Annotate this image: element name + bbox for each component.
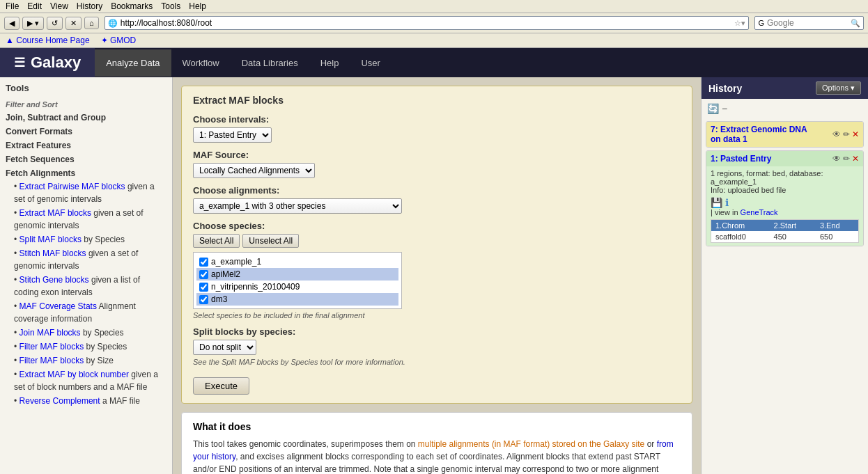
species-list: a_example_1 apiMel2 n_vitripennis_201004… — [193, 252, 402, 309]
choose-alignments-label: Choose alignments: — [193, 185, 681, 196]
form-title: Extract MAF blocks — [193, 95, 681, 106]
sidebar-section-join[interactable]: Join, Subtract and Group — [6, 113, 166, 123]
sidebar-section-fetch-seq[interactable]: Fetch Sequences — [6, 155, 166, 164]
link-split-maf[interactable]: Split MAF blocks — [20, 235, 82, 244]
sidebar-item-extract-maf-block: • Extract MAF by block number given a se… — [6, 368, 166, 394]
menu-view[interactable]: View — [50, 1, 68, 11]
browser-menu-bar: File Edit View History Bookmarks Tools H… — [0, 0, 868, 13]
genetrack-link[interactable]: GeneTrack — [741, 208, 778, 216]
back-button[interactable]: ◀ — [4, 17, 20, 30]
history-item-1-delete-icon[interactable]: ✕ — [852, 154, 859, 164]
link-maf-coverage[interactable]: MAF Coverage Stats — [20, 301, 97, 311]
history-item-1-table: 1.Chrom 2.Start 3.End scaffold0 450 650 — [711, 219, 859, 243]
bookmark-star-icon[interactable]: ☆ — [734, 19, 741, 28]
main-layout: Tools Filter and Sort Join, Subtract and… — [0, 77, 868, 474]
maf-source-select[interactable]: Locally Cached Alignments — [193, 163, 315, 178]
link-stitch-gene[interactable]: Stitch Gene blocks — [20, 275, 89, 285]
sidebar-item-stitch-maf: • Stitch MAF blocks given a set of genom… — [6, 246, 166, 273]
species-label-n-vitripennis: n_vitripennis_20100409 — [211, 282, 300, 292]
history-item-1-body: 1 regions, format: bed, database: a_exam… — [706, 166, 863, 246]
url-icon: 🌐 — [108, 19, 118, 28]
galaxy-header: ☰ Galaxy Analyze Data Workflow Data Libr… — [0, 48, 868, 77]
link-filter-maf-species[interactable]: Filter MAF blocks — [20, 342, 84, 351]
nav-analyze-data[interactable]: Analyze Data — [95, 49, 171, 77]
history-item-7-eye-icon[interactable]: 👁 — [832, 129, 841, 139]
nav-data-libraries[interactable]: Data Libraries — [231, 49, 309, 77]
address-bar: 🌐 ☆ ▾ — [104, 16, 750, 30]
menu-help[interactable]: Help — [189, 1, 206, 11]
home-button[interactable]: ⌂ — [84, 17, 99, 29]
link-stitch-maf[interactable]: Stitch MAF blocks — [20, 248, 86, 258]
link-reverse-complement[interactable]: Reverse Complement — [20, 396, 100, 406]
history-header: History Options ▾ — [702, 77, 868, 99]
sidebar-section-fetch-align[interactable]: Fetch Alignments — [6, 168, 166, 178]
extract-maf-form: Extract MAF blocks Choose intervals: 1: … — [181, 86, 692, 404]
bookmark-course-home[interactable]: ▲ Course Home Page — [6, 35, 90, 45]
history-item-1-eye-icon[interactable]: 👁 — [832, 154, 841, 164]
menu-edit[interactable]: Edit — [27, 1, 42, 11]
split-blocks-select[interactable]: Do not split — [193, 340, 256, 355]
link-filter-maf-size[interactable]: Filter MAF blocks — [20, 356, 84, 365]
table-row: scaffold0 450 650 — [711, 231, 859, 243]
history-collapse-button[interactable]: − — [722, 103, 727, 114]
split-blocks-label: Split blocks by species: — [193, 326, 681, 337]
choose-alignments-select[interactable]: a_example_1 with 3 other species — [193, 198, 402, 214]
floppy-icon[interactable]: 💾 — [711, 197, 722, 208]
sidebar-section-extract[interactable]: Extract Features — [6, 141, 166, 150]
select-all-button[interactable]: Select All — [193, 234, 240, 248]
what-it-does-text: This tool takes genomic coordinates, sup… — [193, 438, 681, 474]
link-join-maf[interactable]: Join MAF blocks — [20, 328, 81, 338]
nav-help[interactable]: Help — [309, 49, 350, 77]
history-item-7-delete-icon[interactable]: ✕ — [852, 129, 859, 139]
info-circle-icon[interactable]: ℹ — [725, 197, 729, 208]
sidebar-item-split-maf: • Split MAF blocks by Species — [6, 232, 166, 246]
nav-user[interactable]: User — [350, 49, 391, 77]
link-extract-maf[interactable]: Extract MAF blocks — [20, 208, 91, 218]
species-checkbox-n-vitripennis[interactable] — [199, 283, 208, 292]
link-extract-pairwise[interactable]: Extract Pairwise MAF blocks — [20, 182, 125, 191]
history-item-7-header: 7: Extract Genomic DNAon data 1 👁 ✏ ✕ — [706, 122, 863, 147]
history-item-1-title[interactable]: 1: Pasted Entry — [711, 154, 832, 164]
species-label-a-example: a_example_1 — [211, 257, 261, 267]
search-icon[interactable]: 🔍 — [851, 19, 860, 28]
species-label-dm3: dm3 — [211, 294, 227, 304]
link-extract-maf-block[interactable]: Extract MAF by block number — [20, 370, 129, 379]
menu-file[interactable]: File — [6, 1, 19, 11]
refresh-button[interactable]: ↺ — [47, 17, 63, 30]
history-item-1-edit-icon[interactable]: ✏ — [843, 154, 850, 164]
history-item-1-info: Info: uploaded bed file — [711, 186, 859, 194]
rss-icon: ▾ — [741, 19, 745, 28]
menu-bookmarks[interactable]: Bookmarks — [111, 1, 153, 11]
choose-intervals-select[interactable]: 1: Pasted Entry — [193, 127, 272, 143]
nav-workflow[interactable]: Workflow — [171, 49, 231, 77]
menu-tools[interactable]: Tools — [161, 1, 180, 11]
maf-source-label: MAF Source: — [193, 150, 681, 160]
history-options-button[interactable]: Options ▾ — [816, 81, 861, 95]
sidebar-item-extract-maf: • Extract MAF blocks given a set of geno… — [6, 206, 166, 232]
menu-history[interactable]: History — [77, 1, 102, 11]
history-panel: History Options ▾ 🔄 − 7: Extract Genomic… — [701, 77, 868, 474]
sidebar-section-convert[interactable]: Convert Formats — [6, 127, 166, 136]
stop-button[interactable]: ✕ — [65, 17, 82, 30]
history-refresh-button[interactable]: 🔄 — [707, 103, 719, 114]
sidebar-section-filter-sort[interactable]: Filter and Sort — [6, 100, 166, 109]
sidebar: Tools Filter and Sort Join, Subtract and… — [0, 77, 173, 474]
table-col-start: 2.Start — [770, 220, 816, 232]
unselect-all-button[interactable]: Unselect All — [242, 234, 299, 248]
galaxy-nav: Analyze Data Workflow Data Libraries Hel… — [95, 49, 392, 77]
bookmark-gmod[interactable]: ✦ GMOD — [101, 35, 137, 45]
sidebar-item-stitch-gene: • Stitch Gene blocks given a list of cod… — [6, 273, 166, 299]
species-checkbox-a-example[interactable] — [199, 258, 208, 267]
species-item-a-example: a_example_1 — [196, 255, 398, 268]
forward-button[interactable]: ▶ ▾ — [22, 17, 44, 30]
choose-intervals-label: Choose intervals: — [193, 114, 681, 125]
history-item-7-title[interactable]: 7: Extract Genomic DNAon data 1 — [711, 125, 832, 144]
history-item-1-genetrack: | view in GeneTrack — [711, 208, 859, 216]
history-item-7-edit-icon[interactable]: ✏ — [843, 129, 850, 139]
species-checkbox-dm3[interactable] — [199, 295, 208, 304]
execute-button[interactable]: Execute — [193, 377, 249, 395]
species-item-dm3: dm3 — [196, 293, 398, 306]
search-input[interactable] — [767, 18, 851, 28]
species-checkbox-apimel2[interactable] — [199, 270, 208, 279]
url-input[interactable] — [121, 18, 732, 28]
